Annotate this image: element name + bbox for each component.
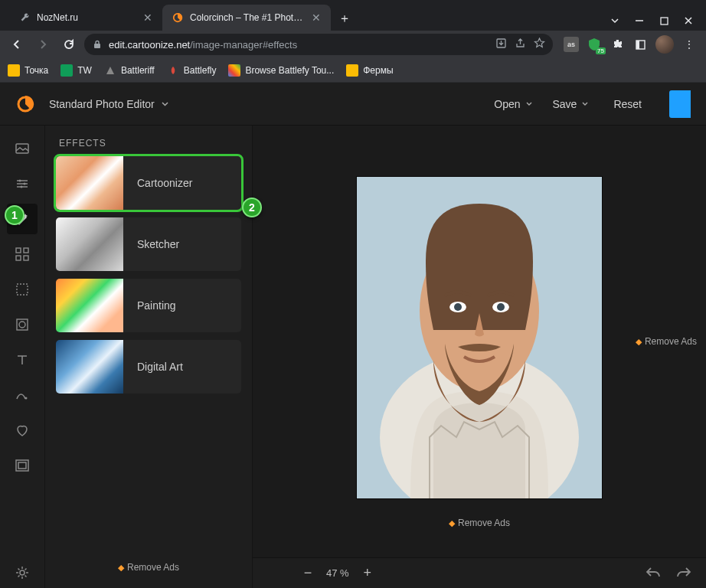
svg-point-9 xyxy=(24,183,26,185)
effect-label: Digital Art xyxy=(123,361,183,373)
svg-point-8 xyxy=(19,180,21,182)
close-window-icon[interactable] xyxy=(683,15,694,26)
effect-label: Cartoonizer xyxy=(123,177,192,189)
diamond-icon: ◆ xyxy=(118,563,124,573)
bookmark-item[interactable]: TW xyxy=(60,64,92,77)
extensions-puzzle-icon[interactable] xyxy=(610,37,625,52)
zoom-value: 47 % xyxy=(326,567,349,579)
svg-rect-5 xyxy=(636,41,639,49)
rail-heart-icon[interactable] xyxy=(7,415,38,446)
rail-overlays-icon[interactable] xyxy=(7,239,38,270)
address-bar[interactable]: edit.cartoonize.net/image-manager#effect… xyxy=(84,34,553,55)
svg-point-28 xyxy=(497,303,505,311)
extension-adblock-icon[interactable]: 75 xyxy=(587,37,602,52)
rail-settings-icon[interactable] xyxy=(7,557,38,588)
rail-vignette-icon[interactable] xyxy=(7,309,38,340)
bookmark-item[interactable]: Точка xyxy=(8,64,48,77)
share-icon[interactable] xyxy=(515,38,526,51)
url-text: edit.cartoonize.net/image-manager#effect… xyxy=(109,39,489,51)
effect-label: Sketcher xyxy=(123,238,179,250)
reload-button[interactable] xyxy=(58,34,80,55)
history-controls xyxy=(645,565,706,582)
remove-ads-link[interactable]: ◆Remove Ads xyxy=(449,518,510,528)
browser-tab-inactive[interactable]: NozNet.ru ✕ xyxy=(9,5,162,31)
svg-rect-7 xyxy=(16,144,28,153)
tab-title: Colorcinch – The #1 Photo Editor xyxy=(190,12,305,23)
maximize-icon[interactable] xyxy=(659,15,669,26)
folder-icon xyxy=(8,64,20,77)
effect-thumbnail xyxy=(56,156,123,210)
bookmark-star-icon[interactable] xyxy=(534,38,545,51)
bookmark-item[interactable]: Фермы xyxy=(346,64,393,77)
chevron-down-icon xyxy=(161,100,169,108)
effect-item-cartoonizer[interactable]: Cartoonizer xyxy=(56,156,241,210)
rail-adjust-icon[interactable] xyxy=(7,168,38,199)
bookmark-item[interactable]: Browse Battlefy Tou... xyxy=(228,64,334,77)
close-icon[interactable]: ✕ xyxy=(142,12,153,23)
canvas-viewport[interactable]: ◆Remove Ads ◆Remove Ads xyxy=(253,126,706,557)
svg-point-10 xyxy=(21,186,23,188)
rail-frames-icon[interactable] xyxy=(7,450,38,481)
bookmark-item[interactable]: Battlefly xyxy=(167,64,217,77)
profile-avatar[interactable] xyxy=(655,35,674,54)
effect-label: Painting xyxy=(123,299,176,312)
rail-draw-icon[interactable] xyxy=(7,380,38,410)
annotation-badge-2: 2 xyxy=(242,198,262,217)
app-header: Standard Photo Editor Open Save Reset xyxy=(0,83,706,126)
battleriff-icon xyxy=(104,64,116,77)
minimize-icon[interactable] xyxy=(634,15,645,26)
new-tab-button[interactable]: ＋ xyxy=(334,8,355,29)
bookmark-item[interactable]: Battleriff xyxy=(104,64,155,77)
effect-item-digital-art[interactable]: Digital Art xyxy=(56,340,241,394)
effect-item-sketcher[interactable]: Sketcher xyxy=(56,217,241,271)
svg-point-18 xyxy=(25,397,28,400)
bottom-bar: − 47 % + xyxy=(253,557,706,588)
chevron-down-icon[interactable] xyxy=(610,15,620,26)
effects-list: Cartoonizer Sketcher Painting Digital Ar… xyxy=(45,156,252,394)
chrome-menu-icon[interactable]: ⋮ xyxy=(681,37,697,52)
app-logo-icon xyxy=(15,94,35,114)
sheets-icon xyxy=(60,64,73,77)
effect-thumbnail xyxy=(56,279,123,332)
close-icon[interactable]: ✕ xyxy=(311,12,322,23)
rail-mask-icon[interactable] xyxy=(7,274,38,305)
panel-title: EFFECTS xyxy=(45,126,252,156)
svg-rect-11 xyxy=(16,248,21,253)
zoom-out-button[interactable]: − xyxy=(299,564,317,583)
save-button[interactable]: Save xyxy=(550,93,593,115)
remove-ads-link[interactable]: ◆Remove Ads xyxy=(636,336,697,347)
undo-button[interactable] xyxy=(645,565,662,582)
zoom-in-button[interactable]: + xyxy=(358,564,377,583)
diamond-icon: ◆ xyxy=(449,518,455,528)
lock-icon xyxy=(92,40,103,49)
browser-tab-active[interactable]: Colorcinch – The #1 Photo Editor ✕ xyxy=(162,5,331,31)
redo-button[interactable] xyxy=(675,565,692,582)
svg-point-21 xyxy=(20,570,25,575)
svg-rect-16 xyxy=(17,319,28,330)
mode-selector[interactable]: Standard Photo Editor xyxy=(49,98,169,110)
reset-button[interactable]: Reset xyxy=(606,93,649,115)
window-controls xyxy=(610,15,706,31)
forward-button[interactable] xyxy=(32,34,54,55)
battlefly-icon xyxy=(167,64,179,77)
canvas-photo[interactable] xyxy=(357,177,602,498)
extensions-area: as 75 ⋮ xyxy=(557,35,700,54)
chevron-down-icon xyxy=(581,100,589,108)
effect-item-painting[interactable]: Painting xyxy=(56,279,241,332)
svg-rect-15 xyxy=(17,284,28,295)
remove-ads-link[interactable]: ◆Remove Ads xyxy=(45,550,252,588)
primary-action-button[interactable] xyxy=(669,90,691,118)
svg-rect-13 xyxy=(16,256,21,260)
svg-rect-20 xyxy=(18,462,26,469)
rail-image-icon[interactable] xyxy=(7,133,38,164)
extension-lastfm-icon[interactable]: as xyxy=(564,37,579,52)
back-button[interactable] xyxy=(6,34,28,55)
open-button[interactable]: Open xyxy=(491,93,535,115)
svg-point-17 xyxy=(19,322,25,328)
rail-text-icon[interactable] xyxy=(7,345,38,375)
canvas-area: ◆Remove Ads ◆Remove Ads − 47 % + xyxy=(253,126,706,588)
folder-icon xyxy=(346,64,358,77)
reading-list-icon[interactable] xyxy=(632,37,648,52)
app-body: EFFECTS Cartoonizer Sketcher Painting Di… xyxy=(0,126,706,588)
install-app-icon[interactable] xyxy=(495,38,507,51)
